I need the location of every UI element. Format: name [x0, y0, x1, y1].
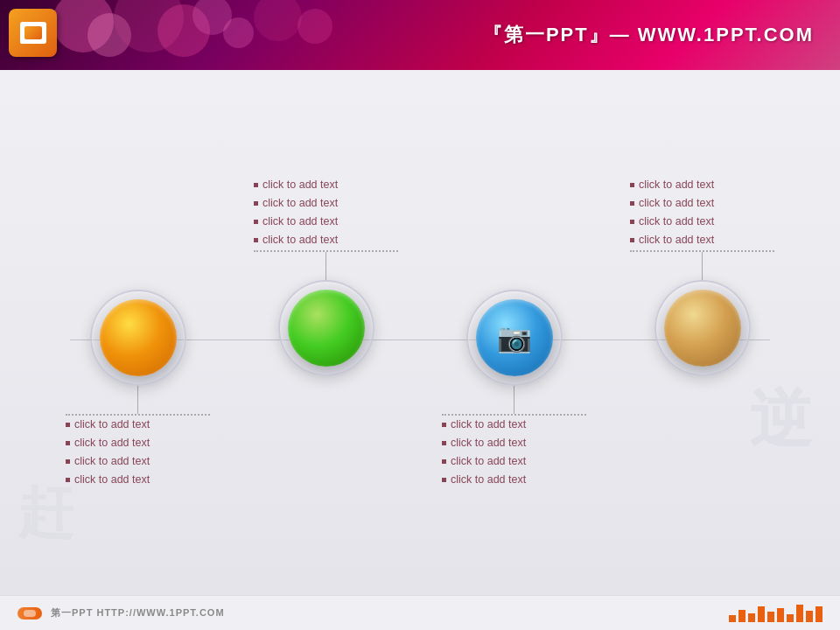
- orange-text-1[interactable]: click to add text: [66, 416, 150, 434]
- camera-icon: 📷: [497, 321, 532, 354]
- gold-text-4[interactable]: click to add text: [630, 231, 714, 249]
- gold-ball-inner: [664, 290, 741, 367]
- bar-1: [729, 615, 736, 622]
- bubble8: [298, 9, 332, 44]
- bar-6: [777, 608, 784, 622]
- footer: 第一PPT HTTP://WWW.1PPT.COM: [0, 595, 840, 630]
- bar-10: [816, 606, 822, 622]
- blue-ball-inner: 📷: [476, 299, 553, 376]
- col-gold: click to add text click to add text clic…: [608, 176, 796, 490]
- blue-ball-wrapper: 📷: [466, 290, 563, 386]
- header-title: 『第一PPT』— WWW.1PPT.COM: [483, 22, 814, 48]
- bullet-icon: [630, 238, 634, 242]
- blue-text-4[interactable]: click to add text: [442, 471, 526, 489]
- blue-text-group: click to add text click to add text clic…: [442, 416, 586, 490]
- bullet-icon: [630, 183, 634, 187]
- gold-connector-up: [702, 252, 703, 280]
- footer-bars: [729, 605, 822, 622]
- green-text-3[interactable]: click to add text: [254, 213, 338, 231]
- green-text-group: click to add text click to add text clic…: [254, 176, 398, 250]
- svg-rect-1: [23, 27, 43, 41]
- bar-2: [738, 610, 746, 622]
- orange-text-3[interactable]: click to add text: [66, 452, 150, 471]
- svg-rect-0: [20, 24, 46, 44]
- svg-rect-4: [33, 32, 40, 34]
- orange-text-4[interactable]: click to add text: [66, 471, 150, 489]
- gold-text-1[interactable]: click to add text: [630, 176, 714, 194]
- bullet-icon: [630, 220, 634, 224]
- bullet-icon: [254, 238, 258, 242]
- green-text-list: click to add text click to add text clic…: [254, 176, 338, 250]
- pill-inner: [24, 610, 36, 617]
- gold-text-3[interactable]: click to add text: [630, 213, 714, 231]
- green-connector-up: [326, 252, 326, 280]
- blue-connector-down: [514, 386, 514, 414]
- bubble7: [254, 0, 302, 41]
- bullet-icon: [254, 201, 258, 206]
- gold-ball-wrapper: [654, 280, 751, 376]
- blue-text-3[interactable]: click to add text: [442, 452, 526, 471]
- bar-7: [787, 614, 794, 622]
- footer-text: 第一PPT HTTP://WWW.1PPT.COM: [51, 606, 225, 620]
- bullet-icon: [442, 423, 446, 427]
- bullet-icon: [442, 459, 446, 464]
- bullet-icon: [254, 183, 258, 187]
- bar-3: [748, 613, 755, 622]
- svg-rect-2: [24, 29, 32, 34]
- orange-text-group: click to add text click to add text clic…: [66, 416, 210, 490]
- green-ball-outer: [278, 280, 374, 376]
- orange-ball-outer: [90, 290, 186, 386]
- gold-text-list: click to add text click to add text clic…: [630, 176, 714, 250]
- footer-pill-icon: [18, 607, 42, 620]
- gold-text-group: click to add text click to add text clic…: [630, 176, 774, 250]
- bullet-icon: [66, 459, 70, 464]
- diagram-container: click to add text click to add text clic…: [44, 176, 796, 490]
- bullet-icon: [66, 441, 70, 445]
- main-content: 逆 赶 click to add text click to add text: [0, 70, 840, 595]
- col-blue: 📷 click to add text click to add text cl…: [420, 176, 608, 490]
- bar-5: [767, 612, 774, 622]
- bar-4: [758, 606, 765, 622]
- gold-text-2[interactable]: click to add text: [630, 194, 714, 213]
- green-ball-wrapper: [278, 280, 374, 376]
- green-ball-inner: [288, 290, 365, 367]
- blue-text-1[interactable]: click to add text: [442, 416, 526, 434]
- orange-ball-inner: [100, 299, 177, 376]
- green-text-2[interactable]: click to add text: [254, 194, 338, 213]
- green-text-1[interactable]: click to add text: [254, 176, 338, 194]
- orange-text-list: click to add text click to add text clic…: [66, 416, 150, 490]
- green-text-4[interactable]: click to add text: [254, 231, 338, 249]
- blue-text-2[interactable]: click to add text: [442, 434, 526, 452]
- bullet-icon: [442, 441, 446, 445]
- orange-ball-wrapper: [90, 290, 186, 386]
- header: 『第一PPT』— WWW.1PPT.COM: [0, 0, 840, 70]
- bullet-icon: [630, 201, 634, 206]
- col-green: click to add text click to add text clic…: [232, 176, 420, 490]
- col-orange: click to add text click to add text clic…: [44, 176, 232, 490]
- svg-rect-3: [33, 29, 43, 31]
- orange-text-2[interactable]: click to add text: [66, 434, 150, 452]
- bullet-icon: [66, 478, 70, 482]
- bullet-icon: [66, 423, 70, 427]
- blue-text-list: click to add text click to add text clic…: [442, 416, 526, 490]
- bubble6: [223, 18, 254, 48]
- gold-ball-outer: [654, 280, 751, 376]
- bullet-icon: [254, 220, 258, 224]
- bar-9: [806, 611, 813, 622]
- bar-8: [796, 605, 803, 622]
- bullet-icon: [442, 478, 446, 482]
- app-icon: [9, 9, 57, 57]
- blue-ball-outer: 📷: [466, 290, 563, 386]
- orange-connector-down: [137, 386, 138, 414]
